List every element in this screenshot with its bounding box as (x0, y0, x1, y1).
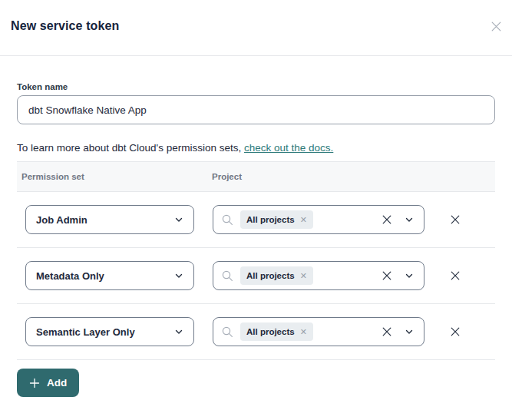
permission-set-select[interactable]: Semantic Layer Only (25, 317, 194, 346)
modal-body: Token name To learn more about dbt Cloud… (0, 82, 512, 397)
remove-row-button[interactable] (448, 269, 462, 283)
chevron-down-icon (174, 215, 183, 224)
tag-remove-icon[interactable]: ✕ (300, 272, 307, 280)
clear-selection-button[interactable] (381, 326, 393, 338)
project-multiselect[interactable]: All projects ✕ (213, 317, 424, 346)
clear-icon (381, 270, 393, 282)
project-cell: All projects ✕ (207, 261, 430, 290)
tag-remove-icon[interactable]: ✕ (300, 216, 307, 224)
row-actions-cell (430, 213, 495, 227)
tag-remove-icon[interactable]: ✕ (300, 328, 307, 336)
plus-icon (29, 378, 40, 389)
project-tag-label: All projects (246, 215, 295, 224)
permission-set-value: Metadata Only (36, 270, 104, 282)
permission-row: Metadata Only All projects ✕ (17, 248, 495, 304)
remove-row-button[interactable] (448, 213, 462, 227)
add-button-label: Add (47, 377, 67, 389)
multiselect-dropdown-toggle[interactable] (405, 271, 414, 280)
permission-set-cell: Semantic Layer Only (17, 317, 207, 346)
remove-row-icon (449, 213, 461, 226)
permission-row: Job Admin All projects ✕ (17, 192, 495, 248)
remove-row-icon (449, 326, 461, 338)
permission-info-text: To learn more about dbt Cloud's permissi… (17, 142, 244, 154)
add-row-button[interactable]: Add (17, 369, 79, 397)
remove-row-button[interactable] (448, 325, 462, 339)
search-icon (221, 326, 234, 339)
chevron-down-icon (174, 271, 183, 280)
docs-link[interactable]: check out the docs. (244, 142, 333, 154)
clear-selection-button[interactable] (381, 270, 393, 282)
clear-selection-button[interactable] (381, 213, 393, 226)
column-header-permission-set: Permission set (17, 172, 207, 181)
search-icon (221, 270, 234, 283)
project-multiselect[interactable]: All projects ✕ (213, 261, 424, 290)
project-cell: All projects ✕ (207, 317, 430, 346)
project-cell: All projects ✕ (207, 205, 430, 234)
project-tag-label: All projects (246, 327, 295, 336)
modal-title: New service token (11, 19, 501, 33)
permission-row: Semantic Layer Only All projects ✕ (17, 304, 495, 360)
chevron-down-icon (174, 327, 183, 336)
new-service-token-modal: New service token Token name To learn mo… (0, 0, 512, 420)
multiselect-dropdown-toggle[interactable] (405, 215, 414, 224)
token-name-label: Token name (17, 82, 495, 91)
permission-set-cell: Metadata Only (17, 261, 207, 290)
chevron-down-icon (405, 271, 414, 280)
project-tag: All projects ✕ (240, 266, 313, 285)
close-button[interactable] (488, 18, 504, 34)
permission-set-select[interactable]: Job Admin (25, 205, 194, 234)
project-tag-label: All projects (246, 271, 295, 280)
chevron-down-icon (405, 215, 414, 224)
project-tag: All projects ✕ (240, 210, 313, 229)
multiselect-dropdown-toggle[interactable] (405, 327, 414, 336)
modal-header: New service token (0, 0, 512, 56)
table-header-row: Permission set Project (17, 161, 495, 192)
remove-row-icon (449, 270, 461, 282)
permission-info-line: To learn more about dbt Cloud's permissi… (17, 142, 495, 154)
permission-set-value: Job Admin (36, 214, 88, 226)
row-actions-cell (430, 325, 495, 339)
close-icon (490, 20, 503, 33)
column-header-project: Project (207, 172, 430, 181)
search-icon (221, 213, 234, 227)
permission-set-value: Semantic Layer Only (36, 326, 135, 338)
project-tag: All projects ✕ (240, 322, 313, 341)
chevron-down-icon (405, 327, 414, 336)
permission-table: Permission set Project Job Admin (17, 161, 495, 360)
clear-icon (381, 213, 393, 226)
clear-icon (381, 326, 393, 338)
project-multiselect[interactable]: All projects ✕ (213, 205, 424, 234)
permission-set-cell: Job Admin (17, 205, 207, 234)
permission-set-select[interactable]: Metadata Only (25, 261, 194, 290)
row-actions-cell (430, 269, 495, 283)
token-name-input[interactable] (17, 95, 495, 124)
